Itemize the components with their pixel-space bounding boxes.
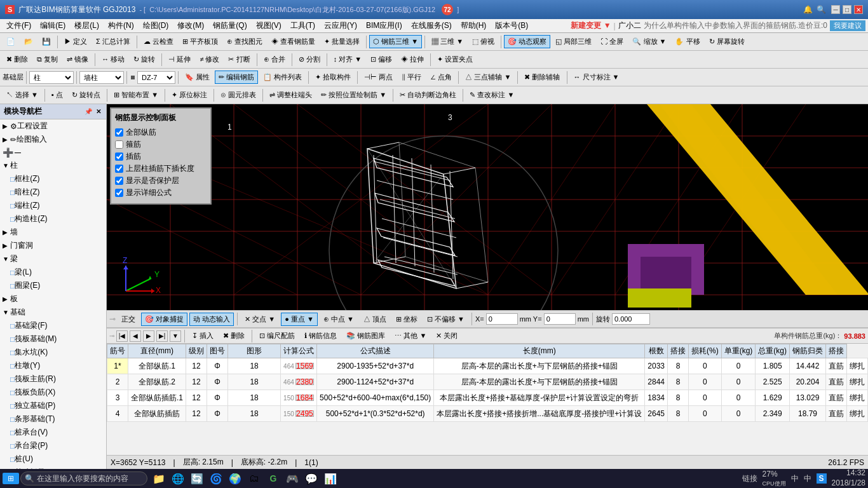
taskbar-icon-game[interactable]: 🎮 [285,471,300,486]
cb-alllongsteel[interactable] [115,128,123,137]
cb-showprotect[interactable] [115,177,123,185]
menu-bim[interactable]: BIM应用(I) [362,19,406,32]
btn-define[interactable]: ▶ 定义 [60,35,91,48]
antivirus-icon[interactable]: S [817,473,827,484]
tree-pilecap[interactable]: □ 桩承台(V) [0,426,106,439]
tree-framecol[interactable]: □ 框柱(Z) [0,172,106,186]
btn-flatview[interactable]: ⊞ 平齐板顶 [179,35,222,48]
btn-pan[interactable]: ✋ 平移 [671,35,703,48]
btn-coordsnap[interactable]: ⊞ 坐标 [392,313,421,326]
btn-noshift[interactable]: ⊡ 不偏移 ▼ [423,313,468,326]
taskbar-icon-chat[interactable]: 💬 [304,471,319,486]
maximize-button[interactable]: □ [843,5,851,14]
btn-zoom[interactable]: 🔍 缩放 ▼ [628,35,670,48]
menu-cloud[interactable]: 云应用(Y) [320,19,361,32]
btn-next-page[interactable]: ▶ [143,330,154,342]
btn-copy[interactable]: ⧉ 复制 [33,53,62,66]
btn-dynamicinput[interactable]: 动 动态输入 [189,313,234,326]
table-row[interactable]: 4 全部纵筋插筋 12 Φ 18 150 2495 [107,406,868,422]
btn-delete-row[interactable]: ✖ 删除 [219,330,248,342]
btn-midpointsnap[interactable]: ● 重点 ▼ [281,313,318,326]
btn-save[interactable]: 💾 [38,36,55,48]
btn-point[interactable]: ▪ 点 [48,88,67,102]
taskbar-icon-chart[interactable]: 📊 [323,471,338,486]
taskbar-icon-folder2[interactable]: 🗂 [247,471,262,486]
ime-indicator[interactable]: 中 [804,473,811,484]
btn-move[interactable]: ↔ 移动 [98,53,128,66]
btn-pull[interactable]: ◈ 拉伸 [397,53,428,66]
btn-edit2[interactable]: ≠ 修改 [196,53,223,66]
btn-dynamicobs[interactable]: 🎯 动态观察 [504,35,550,48]
nav-project-settings[interactable]: ▶ ⚙ 工程设置 [0,119,106,133]
btn-divide[interactable]: ⊘ 分割 [295,53,324,66]
btn-mirror[interactable]: ⇌ 镜像 [63,53,92,66]
tool-add[interactable]: ➕ [3,147,13,158]
tree-structcol[interactable]: □ 构造柱(Z) [0,212,106,226]
btn-extend[interactable]: ⊣ 延伸 [165,53,194,66]
menu-floor[interactable]: 楼层(L) [71,19,103,32]
btn-merge[interactable]: ⊕ 合并 [260,53,289,66]
cb-insert[interactable] [115,152,123,161]
rotate-input[interactable] [612,313,650,325]
btn-originmark[interactable]: ✦ 原位标注 [168,88,211,102]
btn-down-page[interactable]: ▼ [170,330,181,342]
y-input[interactable] [544,313,576,325]
btn-steel3d[interactable]: ⬡ 钢筋三维 ▼ [369,35,422,48]
btn-parallel[interactable]: ∥ 平行 [398,71,425,84]
btn-break[interactable]: ✂ 打断 [224,53,254,66]
tree-beam[interactable]: ▼ 梁 [0,252,106,266]
btn-drawbypos[interactable]: ✏ 按照位置绘制筋 ▼ [317,88,390,102]
btn-threepts[interactable]: △ 三点辅轴 ▼ [461,71,515,84]
btn-twopts[interactable]: ⊣⊢ 两点 [360,71,397,84]
menu-modify[interactable]: 修改(M) [173,19,208,32]
taskbar-icon-browser[interactable]: 🌍 [227,471,243,486]
tree-raftneg[interactable]: □ 筏板负筋(X) [0,386,106,399]
menu-view[interactable]: 视图(V) [252,19,285,32]
btn-resize-config[interactable]: ⊡ 编尺配筋 [255,330,299,342]
taskbar-icon-g[interactable]: G [266,471,281,486]
tree-endcol[interactable]: □ 端柱(Z) [0,199,106,212]
sidebar-pin[interactable]: 📌 [83,108,93,115]
component-type-select[interactable]: 柱 [29,71,74,84]
tree-door[interactable]: ▶ 门窗洞 [0,239,106,252]
btn-last-page[interactable]: ▶| [156,330,168,342]
table-row[interactable]: 1* 全部纵筋.1 12 Φ 18 464 1569 [107,358,868,374]
menu-component[interactable]: 构件(N) [104,19,138,32]
btn-edit-steel[interactable]: ✏ 编辑钢筋 [215,71,258,84]
viewport-3d[interactable]: 3 1 C A Y X Z [107,104,868,310]
tree-ringbeam[interactable]: □ 圈梁(E) [0,279,106,292]
tree-strip[interactable]: □ 条形基础(T) [0,412,106,426]
menu-draw[interactable]: 绘图(D) [139,19,173,32]
btn-other[interactable]: ⋯ 其他 ▼ [391,330,430,342]
btn-smartlayout[interactable]: ⊞ 智能布置 ▼ [110,88,162,102]
btn-viewsteel[interactable]: ◈ 查看钢筋量 [268,35,319,48]
minimize-button[interactable]: ─ [831,5,840,14]
tree-wall[interactable]: ▶ 墙 [0,226,106,239]
cb-insertlen[interactable] [115,165,123,173]
menu-version[interactable]: 版本号(B) [491,19,532,32]
btn-part-list[interactable]: 📋 构件列表 [259,71,306,84]
btn-summary[interactable]: Σ 汇总计算 [92,35,134,48]
cb-stirrup[interactable] [115,140,123,149]
tree-foundation[interactable]: ▼ 基础 [0,306,106,319]
tree-raftmain[interactable]: □ 筏板主筋(R) [0,372,106,386]
btn-findelement[interactable]: ⊕ 查找图元 [223,35,266,48]
btn-cloudcheck[interactable]: ☁ 云检查 [140,35,177,48]
tree-foundbeam[interactable]: □ 基础梁(F) [0,319,106,332]
btn-local3d[interactable]: ◱ 局部三维 [552,35,595,48]
btn-align[interactable]: ↕ 对齐 ▼ [330,53,366,66]
btn-centersnap[interactable]: ⊕ 中点 ▼ [320,313,358,326]
btn-offset[interactable]: ⊡ 偏移 [367,53,396,66]
taskbar-icon-ie[interactable]: 🌐 [170,471,186,486]
taskbar-icon-explorer[interactable]: 📁 [151,471,166,486]
suggest-button[interactable]: 我要建议 [830,20,865,31]
menu-steel-qty[interactable]: 钢筋量(Q) [209,19,250,32]
btn-steel-info[interactable]: ℹ 钢筋信息 [301,330,341,342]
btn-snapobj[interactable]: 🎯 对象捕捉 [141,313,187,326]
btn-adjbeam[interactable]: ⇌ 调整柱端头 [266,88,316,102]
dz7-select[interactable]: DZ-7 [137,71,175,84]
menu-file[interactable]: 文件(F) [3,19,35,32]
tree-pile[interactable]: □ 桩(U) [0,452,106,466]
btn-autocut[interactable]: ✂ 自动判断边角柱 [396,88,460,102]
btn-3dview[interactable]: ▦ 三维 ▼ [428,35,467,48]
